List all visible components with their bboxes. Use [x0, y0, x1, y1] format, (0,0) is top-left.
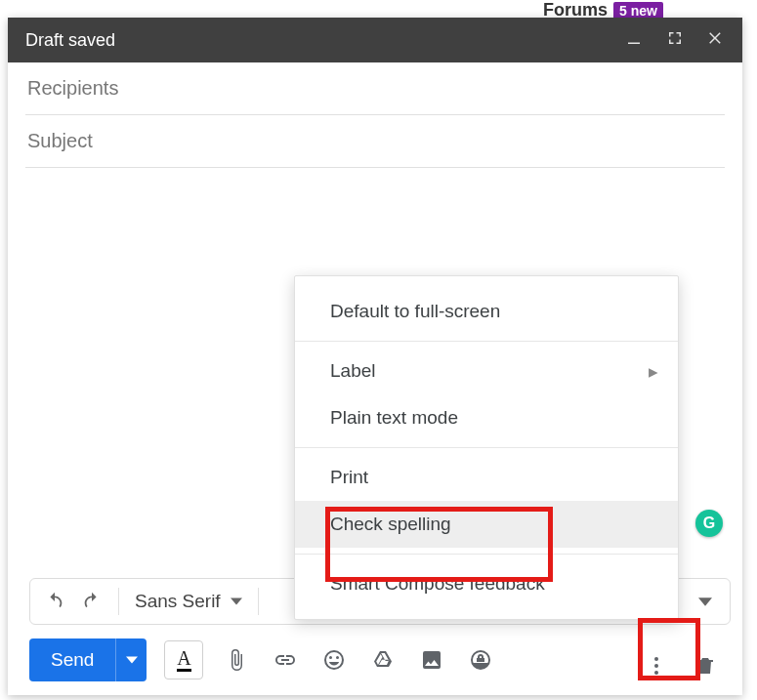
chevron-right-icon: ▸ — [649, 360, 658, 383]
trash-icon[interactable] — [690, 650, 721, 681]
menu-item-label: Default to full-screen — [330, 301, 500, 322]
toolbar-divider — [258, 588, 259, 615]
photo-icon[interactable] — [416, 644, 447, 676]
subject-input[interactable] — [25, 129, 725, 153]
menu-item-label: Smart Compose feedback — [330, 573, 545, 595]
forums-badge: 5 new — [613, 2, 663, 20]
send-options-dropdown[interactable] — [115, 638, 147, 681]
menu-item-plain-text[interactable]: Plain text mode — [295, 394, 678, 441]
more-options-menu: Default to full-screen Label ▸ Plain tex… — [294, 275, 679, 620]
svg-point-1 — [654, 657, 658, 661]
compose-right-tools — [641, 650, 721, 681]
close-icon[interactable] — [707, 29, 725, 51]
caret-down-icon — [231, 597, 242, 605]
send-row: Send A — [29, 638, 496, 681]
compose-fields — [8, 62, 742, 168]
font-family-select[interactable]: Sans Serif — [131, 591, 246, 612]
redo-icon[interactable] — [77, 587, 106, 616]
text-format-icon: A — [177, 648, 190, 672]
confidential-icon[interactable] — [465, 644, 496, 676]
undo-icon[interactable] — [40, 587, 69, 616]
menu-item-label: Check spelling — [330, 514, 451, 535]
svg-rect-0 — [628, 43, 640, 45]
compose-title: Draft saved — [25, 30, 115, 51]
drive-icon[interactable] — [367, 644, 399, 676]
window-controls — [625, 29, 725, 51]
grammarly-badge-label: G — [703, 515, 715, 532]
svg-point-3 — [654, 671, 658, 675]
more-options-icon[interactable] — [641, 650, 672, 681]
font-family-label: Sans Serif — [135, 591, 221, 612]
menu-item-label: Plain text mode — [330, 407, 458, 429]
send-button-label: Send — [29, 638, 115, 681]
format-more-icon[interactable] — [691, 587, 720, 616]
menu-item-print[interactable]: Print — [295, 454, 678, 501]
toolbar-divider — [118, 588, 119, 615]
fullscreen-icon[interactable] — [666, 29, 684, 51]
menu-item-label: Print — [330, 467, 368, 488]
svg-point-2 — [654, 664, 658, 668]
menu-item-label: Label — [330, 360, 376, 382]
menu-separator — [295, 341, 678, 342]
grammarly-badge[interactable]: G — [695, 510, 723, 537]
menu-item-smart-compose-feedback[interactable]: Smart Compose feedback — [295, 560, 678, 607]
recipients-input[interactable] — [25, 76, 725, 101]
menu-separator — [295, 554, 678, 555]
menu-item-check-spelling[interactable]: Check spelling — [295, 501, 678, 548]
send-button[interactable]: Send — [29, 638, 147, 681]
menu-item-label[interactable]: Label ▸ — [295, 348, 678, 394]
subject-field-row — [25, 115, 725, 168]
attachment-icon[interactable] — [221, 644, 252, 676]
emoji-icon[interactable] — [318, 644, 350, 676]
menu-item-default-fullscreen[interactable]: Default to full-screen — [295, 288, 678, 335]
menu-separator — [295, 447, 678, 448]
minimize-icon[interactable] — [625, 29, 643, 51]
text-format-button[interactable]: A — [164, 640, 203, 679]
link-icon[interactable] — [270, 644, 301, 676]
recipients-field-row — [25, 62, 725, 115]
compose-titlebar: Draft saved — [8, 18, 742, 62]
